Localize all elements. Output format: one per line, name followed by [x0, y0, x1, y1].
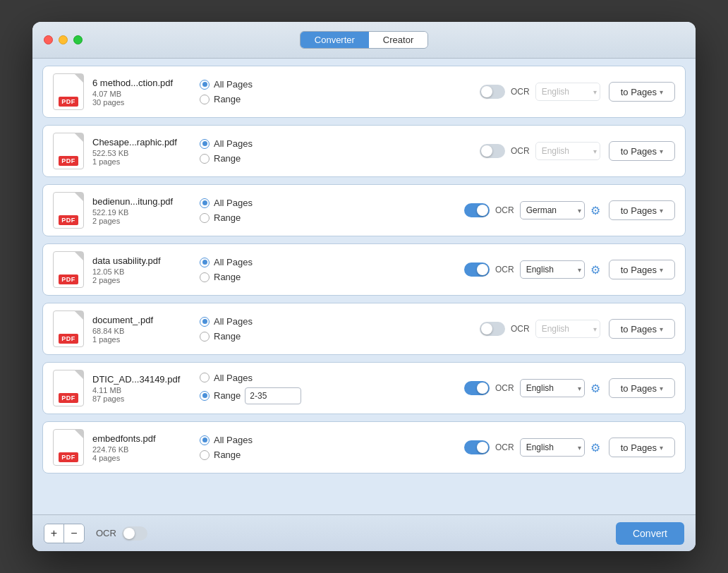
page-options: All Pages Range: [200, 373, 301, 404]
file-size: 522.19 KB: [92, 208, 191, 217]
ocr-toggle[interactable]: [464, 263, 490, 277]
all-pages-option[interactable]: All Pages: [200, 373, 301, 383]
all-pages-option[interactable]: All Pages: [200, 79, 270, 90]
all-pages-radio[interactable]: [200, 80, 210, 90]
ocr-section: OCR EnglishGermanFrenchSpanishItalianPor…: [464, 438, 600, 457]
tab-converter[interactable]: Converter: [301, 32, 369, 48]
range-option[interactable]: Range: [200, 450, 270, 460]
file-list: PDF 6 method...ction.pdf 4.07 MB 30 page…: [32, 59, 696, 514]
ocr-toggle[interactable]: [464, 381, 490, 395]
all-pages-label: All Pages: [214, 138, 253, 149]
range-option[interactable]: Range: [200, 331, 270, 342]
convert-format-button[interactable]: to Pages: [609, 141, 675, 161]
language-select[interactable]: EnglishGermanFrenchSpanishItalianPortugu…: [520, 379, 585, 397]
add-remove-group: + −: [44, 524, 85, 543]
all-pages-label: All Pages: [214, 79, 253, 90]
ocr-toggle[interactable]: [480, 85, 505, 99]
ocr-settings-icon[interactable]: ⚙: [590, 382, 600, 395]
pdf-icon: PDF: [53, 192, 84, 229]
file-pages: 30 pages: [92, 98, 191, 107]
file-name: document_.pdf: [92, 315, 191, 325]
pdf-icon: PDF: [53, 370, 84, 406]
convert-format-button[interactable]: to Pages: [609, 438, 675, 457]
all-pages-radio[interactable]: [200, 435, 210, 445]
add-file-button[interactable]: +: [44, 524, 64, 543]
convert-format-button[interactable]: to Pages: [609, 260, 675, 279]
all-pages-option[interactable]: All Pages: [200, 435, 270, 445]
pdf-badge: PDF: [59, 156, 78, 166]
main-convert-button[interactable]: Convert: [616, 522, 684, 545]
convert-format-button[interactable]: to Pages: [609, 82, 675, 102]
language-wrapper[interactable]: EnglishGermanFrenchSpanishItalianPortugu…: [520, 260, 585, 279]
tab-group: Converter Creator: [300, 31, 428, 49]
language-wrapper: EnglishGermanFrenchSpanishItalianPortugu…: [535, 142, 600, 160]
language-select[interactable]: EnglishGermanFrenchSpanishItalianPortugu…: [520, 438, 585, 457]
range-radio[interactable]: [200, 213, 210, 223]
range-option[interactable]: Range: [200, 153, 270, 164]
global-ocr-toggle[interactable]: [122, 526, 147, 541]
minimize-button[interactable]: [59, 35, 68, 44]
language-select[interactable]: EnglishGermanFrenchSpanishItalianPortugu…: [520, 260, 585, 279]
language-wrapper[interactable]: EnglishGermanFrenchSpanishItalianPortugu…: [520, 438, 585, 457]
range-radio[interactable]: [200, 95, 210, 104]
all-pages-radio[interactable]: [200, 317, 210, 327]
all-pages-label: All Pages: [214, 257, 253, 267]
language-wrapper[interactable]: EnglishGermanFrenchSpanishItalianPortugu…: [520, 379, 585, 397]
ocr-toggle[interactable]: [480, 144, 505, 158]
ocr-settings-icon[interactable]: ⚙: [590, 204, 600, 217]
file-name: Chesape...raphic.pdf: [92, 137, 191, 147]
ocr-toggle[interactable]: [464, 203, 490, 217]
range-radio[interactable]: [200, 450, 210, 460]
ocr-toggle[interactable]: [464, 440, 490, 454]
ocr-knob: [477, 205, 488, 216]
all-pages-option[interactable]: All Pages: [200, 316, 270, 327]
all-pages-label: All Pages: [214, 198, 253, 208]
language-select[interactable]: EnglishGermanFrenchSpanishItalianPortugu…: [520, 201, 585, 219]
ocr-knob: [481, 145, 492, 157]
ocr-section: OCR EnglishGermanFrenchSpanishItalianPor…: [464, 260, 600, 279]
file-row: PDF data usability.pdf 12.05 KB 2 pages …: [42, 243, 686, 296]
pdf-icon: PDF: [53, 310, 84, 347]
range-label: Range: [214, 390, 241, 401]
ocr-settings-icon[interactable]: ⚙: [590, 263, 600, 277]
file-row: PDF 6 method...ction.pdf 4.07 MB 30 page…: [42, 66, 686, 118]
file-info: DTIC_AD...34149.pdf 4.11 MB 87 pages: [92, 374, 191, 403]
tab-creator[interactable]: Creator: [369, 32, 427, 48]
range-radio[interactable]: [200, 272, 210, 282]
range-label: Range: [214, 331, 241, 342]
all-pages-radio[interactable]: [200, 198, 210, 208]
close-button[interactable]: [44, 35, 53, 44]
range-option[interactable]: Range: [200, 272, 270, 282]
range-radio[interactable]: [200, 154, 210, 164]
maximize-button[interactable]: [73, 35, 83, 44]
range-option[interactable]: Range: [200, 387, 301, 404]
convert-format-button[interactable]: to Pages: [609, 378, 675, 398]
range-radio[interactable]: [200, 391, 210, 401]
range-radio[interactable]: [200, 332, 210, 342]
all-pages-radio[interactable]: [200, 373, 210, 382]
file-name: bedienun...itung.pdf: [92, 196, 191, 207]
language-wrapper[interactable]: EnglishGermanFrenchSpanishItalianPortugu…: [520, 201, 585, 219]
pdf-icon: PDF: [53, 429, 84, 466]
file-info: data usability.pdf 12.05 KB 2 pages: [92, 255, 191, 284]
all-pages-radio[interactable]: [200, 258, 210, 267]
file-row: PDF Chesape...raphic.pdf 522.53 KB 1 pag…: [42, 125, 686, 177]
all-pages-option[interactable]: All Pages: [200, 138, 270, 149]
range-option[interactable]: Range: [200, 212, 270, 223]
remove-file-button[interactable]: −: [64, 524, 84, 543]
ocr-knob: [481, 86, 492, 97]
page-options: All Pages Range: [200, 435, 270, 460]
all-pages-option[interactable]: All Pages: [200, 198, 270, 208]
convert-format-button[interactable]: to Pages: [609, 319, 675, 339]
all-pages-option[interactable]: All Pages: [200, 257, 270, 267]
pdf-badge: PDF: [59, 275, 78, 284]
ocr-label: OCR: [511, 324, 530, 334]
range-option[interactable]: Range: [200, 94, 270, 104]
range-input[interactable]: [245, 387, 301, 404]
convert-format-button[interactable]: to Pages: [609, 200, 675, 220]
ocr-toggle[interactable]: [480, 322, 505, 336]
ocr-settings-icon[interactable]: ⚙: [590, 441, 600, 454]
ocr-label: OCR: [511, 146, 530, 156]
file-info: document_.pdf 68.84 KB 1 pages: [92, 315, 191, 344]
all-pages-radio[interactable]: [200, 139, 210, 149]
